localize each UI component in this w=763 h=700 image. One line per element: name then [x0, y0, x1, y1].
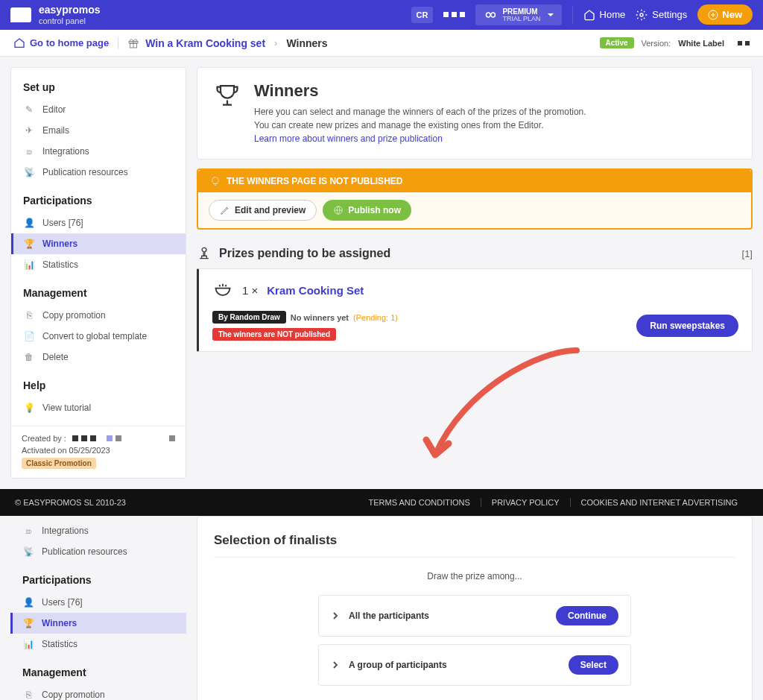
- trophy-icon: 🏆: [22, 617, 34, 629]
- prizes-title: Prizes pending to be assigned: [219, 247, 390, 260]
- sidebar-item-emails[interactable]: ✈Emails: [11, 120, 186, 141]
- trophy-icon: 🏆: [23, 238, 35, 250]
- sidebar-item-statistics[interactable]: 📊Statistics: [10, 634, 186, 655]
- tag-not-published: The winners are NOT published: [212, 328, 336, 341]
- infinity-icon: [483, 8, 496, 22]
- user-icon: 👤: [23, 217, 35, 229]
- trash-icon: 🗑: [23, 351, 35, 363]
- sidebar-item-copy[interactable]: ⎘Copy promotion: [10, 684, 186, 700]
- antenna-icon: 📡: [23, 166, 35, 178]
- page-title: Winners: [254, 81, 586, 101]
- prizes-count: [1]: [742, 248, 753, 259]
- home-icon: [583, 9, 595, 21]
- sidebar-item-winners[interactable]: 🏆Winners: [10, 613, 186, 634]
- stamp-icon: [197, 246, 212, 261]
- plan-subtitle: TRIAL PLAN: [502, 16, 540, 23]
- tag-draw-method: By Random Draw: [212, 311, 286, 324]
- breadcrumb-home[interactable]: Go to home page: [13, 37, 118, 49]
- chevron-right-icon: [331, 611, 340, 620]
- logo-subtitle: control panel: [39, 16, 100, 25]
- publish-button[interactable]: Publish now: [323, 200, 411, 221]
- version-label: Version:: [642, 39, 671, 48]
- select-button[interactable]: Select: [569, 655, 618, 675]
- selection-panel: Selection of finalists Draw the prize am…: [197, 516, 753, 700]
- breadcrumb-promo[interactable]: Win a Kram Cooking set: [127, 37, 265, 49]
- sidebar: Set up ✎Editor ✈Emails ⎄Integrations 📡Pu…: [10, 67, 186, 479]
- plan-title: PREMIUM: [502, 7, 540, 16]
- sidebar-continued: ⎄Integrations 📡Publication resources Par…: [10, 516, 186, 700]
- run-sweepstakes-button[interactable]: Run sweepstakes: [636, 315, 738, 337]
- chevron-right-icon: ›: [274, 37, 277, 48]
- continue-button[interactable]: Continue: [556, 606, 618, 625]
- option-all-participants[interactable]: All the participants Continue: [318, 595, 631, 637]
- bulb-icon: [210, 176, 221, 186]
- copyright: © EASYPROMOS SL 2010-23: [15, 498, 126, 507]
- sidebar-item-convert[interactable]: 📄Convert to global template: [11, 326, 186, 347]
- user-badge[interactable]: CR: [411, 7, 434, 23]
- sidebar-item-statistics[interactable]: 📊Statistics: [11, 254, 186, 275]
- tag-no-winners: No winners yet: [291, 313, 349, 322]
- plus-icon: [708, 10, 718, 20]
- sidebar-item-integrations[interactable]: ⎄Integrations: [10, 520, 186, 541]
- settings-link[interactable]: Settings: [636, 9, 687, 21]
- sidebar-meta: Created by : Activated on 05/25/2023 Cla…: [11, 426, 186, 469]
- sidebar-item-integrations[interactable]: ⎄Integrations: [11, 141, 186, 162]
- winners-header-card: Winners Here you can select and manage t…: [197, 67, 753, 160]
- apps-menu-icon[interactable]: [443, 12, 465, 17]
- prize-qty: 1 ×: [242, 284, 258, 297]
- warning-banner: THE WINNERS PAGE IS NOT PUBLISHED: [198, 170, 751, 192]
- sidebar-item-publication[interactable]: 📡Publication resources: [10, 541, 186, 562]
- gear-icon: [636, 9, 648, 21]
- sidebar-section-participations: Participations: [10, 570, 186, 592]
- pencil-icon: [220, 205, 230, 215]
- chevron-down-icon: [547, 11, 554, 19]
- prize-name[interactable]: Kram Cooking Set: [267, 284, 364, 297]
- sidebar-item-users[interactable]: 👤Users [76]: [10, 592, 186, 613]
- logo[interactable]: easypromos control panel: [10, 4, 100, 25]
- topbar: easypromos control panel CR PREMIUM TRIA…: [0, 0, 763, 30]
- sidebar-section-participations: Participations: [11, 190, 186, 212]
- option-label: A group of participants: [349, 660, 447, 670]
- doc-icon: 📄: [23, 330, 35, 342]
- annotation-arrow: [420, 343, 584, 470]
- chevron-right-icon: [331, 660, 340, 669]
- home-link[interactable]: Home: [583, 9, 626, 21]
- pencil-icon: ✎: [23, 104, 35, 116]
- copy-icon: ⎘: [22, 689, 34, 700]
- new-button[interactable]: New: [697, 4, 753, 25]
- antenna-icon: 📡: [22, 546, 34, 558]
- sidebar-section-management: Management: [11, 283, 186, 305]
- logo-title: easypromos: [39, 4, 100, 16]
- sidebar-item-users[interactable]: 👤Users [76]: [11, 212, 186, 233]
- link-icon: ⎄: [22, 525, 34, 537]
- chart-icon: 📊: [23, 259, 35, 271]
- home-icon: [13, 37, 25, 49]
- tag-pending: (Pending: 1): [353, 313, 398, 322]
- sidebar-item-delete[interactable]: 🗑Delete: [11, 347, 186, 368]
- created-by-label: Created by :: [22, 434, 66, 443]
- breadcrumb: Go to home page Win a Kram Cooking set ›…: [0, 30, 763, 57]
- option-group-participants[interactable]: A group of participants Select: [318, 644, 631, 686]
- prizes-header: Prizes pending to be assigned [1]: [197, 239, 753, 268]
- version-value: White Label: [678, 39, 724, 48]
- sidebar-item-winners[interactable]: 🏆Winners: [11, 233, 186, 254]
- sidebar-item-publication[interactable]: 📡Publication resources: [11, 162, 186, 183]
- footer-terms[interactable]: TERMS AND CONDITIONS: [358, 498, 481, 507]
- option-label: All the participants: [349, 611, 429, 621]
- sidebar-item-editor[interactable]: ✎Editor: [11, 99, 186, 120]
- prize-card: 1 × Kram Cooking Set By Random Draw No w…: [197, 268, 753, 352]
- footer-privacy[interactable]: PRIVACY POLICY: [481, 498, 570, 507]
- learn-more-link[interactable]: Learn more about winners and prize publi…: [254, 132, 586, 145]
- sidebar-item-copy[interactable]: ⎘Copy promotion: [11, 305, 186, 326]
- breadcrumb-current: Winners: [286, 37, 327, 49]
- sidebar-section-help: Help: [11, 375, 186, 397]
- badge-classic: Classic Promotion: [22, 458, 96, 469]
- footer: © EASYPROMOS SL 2010-23 TERMS AND CONDIT…: [0, 489, 763, 516]
- edit-preview-button[interactable]: Edit and preview: [209, 200, 317, 221]
- footer-cookies[interactable]: COOKIES AND INTERNET ADVERTISING: [570, 498, 748, 507]
- trophy-icon: [214, 81, 241, 108]
- sidebar-item-tutorial[interactable]: 💡View tutorial: [11, 397, 186, 418]
- more-icon[interactable]: [738, 41, 750, 45]
- plan-selector[interactable]: PREMIUM TRIAL PLAN: [475, 4, 561, 26]
- user-icon: 👤: [22, 596, 34, 608]
